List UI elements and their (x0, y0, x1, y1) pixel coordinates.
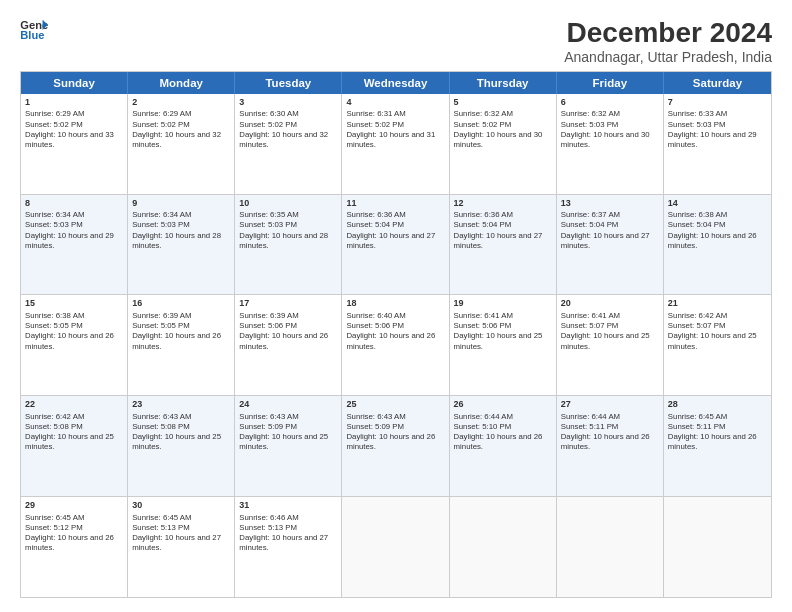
daylight-hours: Daylight: 10 hours and 28 minutes. (239, 231, 328, 250)
sunset-time: Sunset: 5:08 PM (132, 422, 190, 431)
daylight-hours: Daylight: 10 hours and 30 minutes. (561, 130, 650, 149)
sunset-time: Sunset: 5:03 PM (239, 220, 297, 229)
daylight-hours: Daylight: 10 hours and 29 minutes. (25, 231, 114, 250)
day-cell-30: 30Sunrise: 6:45 AMSunset: 5:13 PMDayligh… (128, 497, 235, 597)
title-block: December 2024 Anandnagar, Uttar Pradesh,… (564, 18, 772, 65)
day-cell-1: 1Sunrise: 6:29 AMSunset: 5:02 PMDaylight… (21, 94, 128, 194)
sunrise-time: Sunrise: 6:45 AM (668, 412, 727, 421)
day-number: 21 (668, 298, 767, 310)
sunset-time: Sunset: 5:02 PM (346, 120, 404, 129)
daylight-hours: Daylight: 10 hours and 27 minutes. (239, 533, 328, 552)
sunset-time: Sunset: 5:05 PM (132, 321, 190, 330)
sunrise-time: Sunrise: 6:35 AM (239, 210, 298, 219)
day-number: 15 (25, 298, 123, 310)
day-number: 10 (239, 198, 337, 210)
daylight-hours: Daylight: 10 hours and 26 minutes. (561, 432, 650, 451)
day-number: 30 (132, 500, 230, 512)
daylight-hours: Daylight: 10 hours and 31 minutes. (346, 130, 435, 149)
header-day-monday: Monday (128, 72, 235, 94)
day-cell-24: 24Sunrise: 6:43 AMSunset: 5:09 PMDayligh… (235, 396, 342, 496)
page: General Blue December 2024 Anandnagar, U… (0, 0, 792, 612)
sunrise-time: Sunrise: 6:45 AM (132, 513, 191, 522)
day-number: 11 (346, 198, 444, 210)
header-day-friday: Friday (557, 72, 664, 94)
daylight-hours: Daylight: 10 hours and 33 minutes. (25, 130, 114, 149)
day-number: 12 (454, 198, 552, 210)
sunset-time: Sunset: 5:06 PM (346, 321, 404, 330)
daylight-hours: Daylight: 10 hours and 27 minutes. (561, 231, 650, 250)
day-number: 22 (25, 399, 123, 411)
calendar-row-1: 1Sunrise: 6:29 AMSunset: 5:02 PMDaylight… (21, 94, 771, 194)
daylight-hours: Daylight: 10 hours and 25 minutes. (454, 331, 543, 350)
sunset-time: Sunset: 5:03 PM (25, 220, 83, 229)
sunset-time: Sunset: 5:07 PM (668, 321, 726, 330)
day-number: 26 (454, 399, 552, 411)
day-number: 1 (25, 97, 123, 109)
daylight-hours: Daylight: 10 hours and 26 minutes. (454, 432, 543, 451)
header-day-thursday: Thursday (450, 72, 557, 94)
sunset-time: Sunset: 5:03 PM (132, 220, 190, 229)
sunset-time: Sunset: 5:12 PM (25, 523, 83, 532)
calendar-row-5: 29Sunrise: 6:45 AMSunset: 5:12 PMDayligh… (21, 496, 771, 597)
day-cell-9: 9Sunrise: 6:34 AMSunset: 5:03 PMDaylight… (128, 195, 235, 295)
daylight-hours: Daylight: 10 hours and 26 minutes. (346, 432, 435, 451)
sunrise-time: Sunrise: 6:39 AM (239, 311, 298, 320)
day-number: 27 (561, 399, 659, 411)
daylight-hours: Daylight: 10 hours and 29 minutes. (668, 130, 757, 149)
sunrise-time: Sunrise: 6:34 AM (132, 210, 191, 219)
day-cell-31: 31Sunrise: 6:46 AMSunset: 5:13 PMDayligh… (235, 497, 342, 597)
sunrise-time: Sunrise: 6:42 AM (25, 412, 84, 421)
calendar-row-4: 22Sunrise: 6:42 AMSunset: 5:08 PMDayligh… (21, 395, 771, 496)
header-day-sunday: Sunday (21, 72, 128, 94)
day-number: 13 (561, 198, 659, 210)
day-cell-6: 6Sunrise: 6:32 AMSunset: 5:03 PMDaylight… (557, 94, 664, 194)
main-title: December 2024 (564, 18, 772, 49)
day-number: 2 (132, 97, 230, 109)
sunrise-time: Sunrise: 6:41 AM (454, 311, 513, 320)
sunset-time: Sunset: 5:02 PM (239, 120, 297, 129)
day-cell-29: 29Sunrise: 6:45 AMSunset: 5:12 PMDayligh… (21, 497, 128, 597)
sunset-time: Sunset: 5:04 PM (346, 220, 404, 229)
daylight-hours: Daylight: 10 hours and 25 minutes. (132, 432, 221, 451)
day-number: 9 (132, 198, 230, 210)
daylight-hours: Daylight: 10 hours and 30 minutes. (454, 130, 543, 149)
day-number: 24 (239, 399, 337, 411)
day-cell-18: 18Sunrise: 6:40 AMSunset: 5:06 PMDayligh… (342, 295, 449, 395)
day-number: 14 (668, 198, 767, 210)
sunset-time: Sunset: 5:07 PM (561, 321, 619, 330)
day-cell-19: 19Sunrise: 6:41 AMSunset: 5:06 PMDayligh… (450, 295, 557, 395)
sunrise-time: Sunrise: 6:37 AM (561, 210, 620, 219)
empty-cell (664, 497, 771, 597)
day-cell-4: 4Sunrise: 6:31 AMSunset: 5:02 PMDaylight… (342, 94, 449, 194)
daylight-hours: Daylight: 10 hours and 25 minutes. (239, 432, 328, 451)
day-cell-23: 23Sunrise: 6:43 AMSunset: 5:08 PMDayligh… (128, 396, 235, 496)
day-cell-20: 20Sunrise: 6:41 AMSunset: 5:07 PMDayligh… (557, 295, 664, 395)
sunset-time: Sunset: 5:02 PM (454, 120, 512, 129)
sunrise-time: Sunrise: 6:36 AM (454, 210, 513, 219)
svg-text:Blue: Blue (20, 29, 44, 41)
day-number: 4 (346, 97, 444, 109)
calendar-body: 1Sunrise: 6:29 AMSunset: 5:02 PMDaylight… (21, 94, 771, 597)
day-cell-26: 26Sunrise: 6:44 AMSunset: 5:10 PMDayligh… (450, 396, 557, 496)
sunset-time: Sunset: 5:08 PM (25, 422, 83, 431)
sunset-time: Sunset: 5:04 PM (454, 220, 512, 229)
day-cell-14: 14Sunrise: 6:38 AMSunset: 5:04 PMDayligh… (664, 195, 771, 295)
sunset-time: Sunset: 5:04 PM (561, 220, 619, 229)
sunrise-time: Sunrise: 6:44 AM (561, 412, 620, 421)
day-cell-15: 15Sunrise: 6:38 AMSunset: 5:05 PMDayligh… (21, 295, 128, 395)
sunrise-time: Sunrise: 6:43 AM (132, 412, 191, 421)
day-cell-22: 22Sunrise: 6:42 AMSunset: 5:08 PMDayligh… (21, 396, 128, 496)
sunset-time: Sunset: 5:06 PM (239, 321, 297, 330)
sunrise-time: Sunrise: 6:30 AM (239, 109, 298, 118)
sunrise-time: Sunrise: 6:36 AM (346, 210, 405, 219)
day-number: 8 (25, 198, 123, 210)
day-number: 28 (668, 399, 767, 411)
sunset-time: Sunset: 5:11 PM (668, 422, 726, 431)
day-cell-5: 5Sunrise: 6:32 AMSunset: 5:02 PMDaylight… (450, 94, 557, 194)
header-day-tuesday: Tuesday (235, 72, 342, 94)
sunrise-time: Sunrise: 6:32 AM (561, 109, 620, 118)
sunrise-time: Sunrise: 6:31 AM (346, 109, 405, 118)
sunset-time: Sunset: 5:13 PM (132, 523, 190, 532)
sunrise-time: Sunrise: 6:46 AM (239, 513, 298, 522)
day-cell-21: 21Sunrise: 6:42 AMSunset: 5:07 PMDayligh… (664, 295, 771, 395)
